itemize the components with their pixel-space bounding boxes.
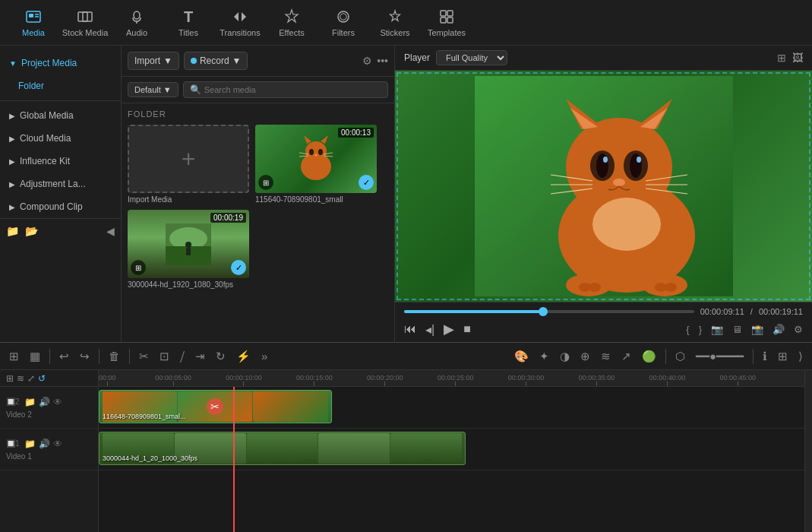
motion-button[interactable]: ↗ — [618, 348, 634, 365]
delete-button[interactable]: 🗑 — [106, 348, 123, 364]
outdoor-video-thumb[interactable]: 00:00:19 ⊞ ✓ — [128, 210, 249, 278]
track-icon-3[interactable]: ⤢ — [27, 373, 35, 384]
toolbar-titles[interactable]: T Titles — [163, 2, 214, 43]
track1-eye-icon[interactable]: 👁 — [53, 439, 62, 449]
split-button[interactable]: ⧸ — [177, 348, 188, 365]
default-sort-button[interactable]: Default ▼ — [128, 82, 179, 97]
trim-button[interactable]: ⊡ — [156, 348, 172, 365]
ripple-button[interactable]: ⇥ — [192, 348, 208, 365]
volume-bar[interactable]: ━━●━━━━ — [693, 348, 747, 365]
quality-select[interactable]: Full Quality 1/2 Quality 1/4 Quality — [436, 50, 507, 65]
clip-cat-video[interactable]: 116648-708909801_smal... ✂ — [99, 390, 332, 423]
camera-icon[interactable]: 📷 — [711, 324, 723, 335]
sidebar-item-folder[interactable]: Folder — [0, 74, 121, 97]
sidebar-item-global-media[interactable]: ▶ Global Media — [0, 104, 121, 127]
toolbar-stickers-label: Stickers — [380, 28, 409, 37]
toolbar-media[interactable]: Media — [8, 2, 59, 43]
ai-tools-button[interactable]: ✦ — [536, 348, 552, 365]
toolbar-audio[interactable]: Audio — [111, 2, 163, 43]
timeline-area: ⊞ ▦ ↩ ↪ 🗑 ✂ ⊡ ⧸ ⇥ ↻ ⚡ » 🎨 ✦ ◑ ⊕ ≋ ↗ 🟢 ⬡ … — [0, 342, 812, 532]
mask-button[interactable]: ◑ — [557, 348, 573, 365]
ruler-label-8: 00:00:40:00 — [649, 374, 686, 382]
ruler-tick-1 — [173, 382, 174, 386]
sidebar-item-cloud-media[interactable]: ▶ Cloud Media — [0, 127, 121, 150]
auto-scroll-icon[interactable]: ↺ — [38, 373, 46, 384]
mark-in-button[interactable]: { — [686, 324, 689, 335]
outdoor-grid-icon[interactable]: ⊞ — [131, 260, 146, 275]
track2-folder-icon[interactable]: 📁 — [24, 397, 36, 407]
stabilize-button[interactable]: ⊕ — [577, 348, 593, 365]
rotate-button[interactable]: ↻ — [213, 348, 229, 365]
toolbar-stickers[interactable]: Stickers — [369, 2, 421, 43]
adjustment-label: Adjustment La... — [20, 179, 86, 189]
track1-folder-icon[interactable]: 📁 — [24, 439, 36, 449]
tl-separator-fx2 — [753, 349, 754, 364]
track-label-video2: 🔲2 📁 🔊 👁 Video 2 — [0, 387, 98, 429]
volume-icon[interactable]: 🔊 — [773, 324, 785, 335]
screenshot-icon[interactable]: 🖼 — [792, 52, 803, 64]
record-button[interactable]: Record ▼ — [184, 52, 248, 70]
green-screen-button[interactable]: 🟢 — [639, 348, 659, 365]
toolbar-filters[interactable]: Filters — [318, 2, 369, 43]
new-folder-button[interactable]: 📁 — [6, 225, 19, 237]
svg-marker-8 — [286, 10, 298, 22]
play-button[interactable]: ▶ — [444, 321, 454, 337]
media-panel: Import ▼ Record ▼ ⚙ ••• Default ▼ 🔍 — [122, 46, 395, 342]
info-button[interactable]: ℹ — [760, 348, 770, 365]
toolbar-transitions[interactable]: Transitions — [214, 2, 266, 43]
ruler-tick-8 — [667, 382, 668, 386]
skip-back-button[interactable]: ⏮ — [404, 322, 416, 336]
sidebar-item-compound-clip[interactable]: ▶ Compound Clip — [0, 195, 121, 218]
undo-button[interactable]: ↩ — [56, 348, 72, 365]
more-icon[interactable]: ••• — [377, 55, 388, 67]
frame-back-button[interactable]: ◂| — [425, 322, 434, 337]
snapshot-icon[interactable]: 📸 — [751, 324, 763, 335]
timeline-scrollbar[interactable] — [804, 370, 812, 532]
toolbar-audio-label: Audio — [126, 28, 147, 37]
outdoor-thumb-5 — [390, 433, 462, 464]
timeline-layout-icon[interactable]: ⊞ — [6, 348, 22, 365]
settings-icon[interactable]: ⚙ — [794, 324, 803, 335]
sidebar-item-project-media[interactable]: ▼ Project Media — [0, 52, 121, 74]
collapse-button[interactable]: ◀ — [106, 225, 115, 237]
speed-button[interactable]: ⚡ — [233, 348, 254, 365]
svg-point-16 — [305, 141, 327, 161]
color-button[interactable]: 🎨 — [511, 348, 532, 365]
progress-bar[interactable] — [404, 310, 694, 313]
track2-audio-icon[interactable]: 🔊 — [39, 397, 50, 407]
import-button[interactable]: Import ▼ — [128, 52, 179, 70]
track-icon-1[interactable]: ⊞ — [6, 373, 14, 384]
import-media-thumb[interactable]: + — [128, 125, 249, 193]
redo-button[interactable]: ↪ — [77, 348, 93, 365]
toolbar-stock-media[interactable]: Stock Media — [59, 2, 111, 43]
toolbar-titles-label: Titles — [179, 28, 198, 37]
cat-video-thumb[interactable]: 00:00:13 ⊞ ✓ — [255, 125, 377, 193]
timeline-grid-icon[interactable]: ▦ — [27, 348, 43, 365]
track1-audio-icon[interactable]: 🔊 — [39, 439, 50, 449]
grid-view-icon[interactable]: ⊞ — [258, 175, 273, 190]
track2-eye-icon[interactable]: 👁 — [53, 397, 62, 407]
ruler-mark-3: 00:00:15:00 — [296, 374, 333, 386]
search-icon: 🔍 — [190, 84, 201, 95]
more-timeline-button[interactable]: » — [258, 348, 270, 364]
clip-outdoor-video[interactable]: 3000044-hd_1_20_1000_30fps — [99, 432, 466, 465]
sidebar-item-influence-kit[interactable]: ▶ Influence Kit — [0, 150, 121, 173]
import-label: Import — [134, 55, 160, 66]
layout-toggle-button[interactable]: ⊞ — [775, 348, 791, 365]
cut-button[interactable]: ✂ — [136, 348, 152, 365]
toolbar-templates[interactable]: Templates — [421, 2, 472, 43]
svg-point-56 — [589, 283, 601, 292]
filter-icon[interactable]: ⚙ — [362, 55, 372, 67]
sidebar-item-adjustment[interactable]: ▶ Adjustment La... — [0, 173, 121, 195]
mark-out-button[interactable]: } — [699, 324, 702, 335]
expand-button[interactable]: ⟩ — [795, 348, 806, 365]
toolbar-effects[interactable]: Effects — [266, 2, 318, 43]
layout-grid-icon[interactable]: ⊞ — [777, 52, 786, 64]
shape-button[interactable]: ⬡ — [672, 348, 688, 365]
search-input[interactable] — [204, 85, 381, 94]
import-folder-button[interactable]: 📂 — [25, 225, 38, 237]
monitor-icon[interactable]: 🖥 — [732, 324, 742, 335]
track-icon-2[interactable]: ≋ — [17, 373, 24, 384]
audio-eq-button[interactable]: ≋ — [598, 348, 614, 365]
stop-button[interactable]: ■ — [463, 322, 471, 336]
